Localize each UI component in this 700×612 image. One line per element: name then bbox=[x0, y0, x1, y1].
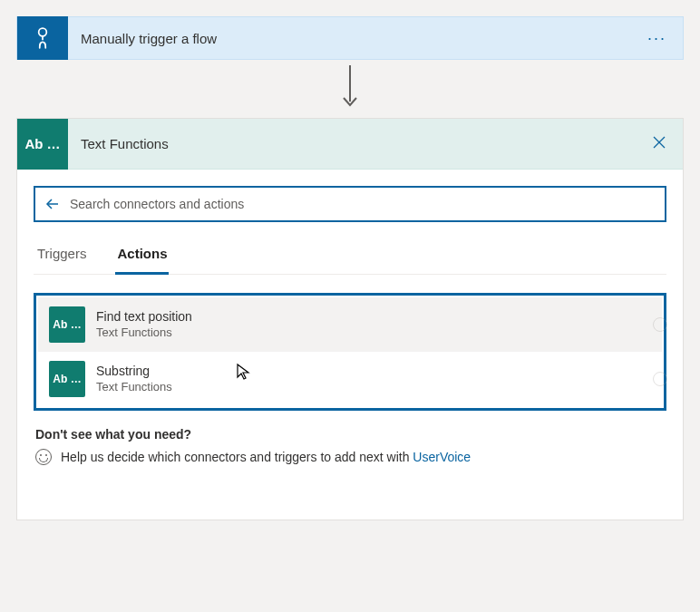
result-title: Find text position bbox=[96, 308, 651, 325]
smiley-icon bbox=[35, 449, 52, 465]
result-subtitle: Text Functions bbox=[96, 380, 651, 395]
footer-text: Help us decide which connectors and trig… bbox=[61, 450, 413, 464]
result-title: Substring bbox=[96, 363, 651, 379]
results-list: Ab … Find text position Text Functions A… bbox=[34, 293, 666, 411]
manual-trigger-icon bbox=[17, 16, 68, 60]
svg-point-0 bbox=[39, 28, 47, 36]
tab-triggers[interactable]: Triggers bbox=[35, 235, 88, 275]
trigger-card[interactable]: Manually trigger a flow ··· bbox=[16, 16, 684, 60]
search-input[interactable] bbox=[61, 197, 656, 211]
result-text: Find text position Text Functions bbox=[96, 308, 651, 340]
uservoice-link[interactable]: UserVoice bbox=[413, 450, 471, 464]
arrow-left-icon bbox=[44, 196, 61, 212]
search-bar[interactable] bbox=[34, 186, 666, 222]
footer-heading: Don't see what you need? bbox=[35, 427, 665, 442]
action-card: Ab … Text Functions Tri bbox=[16, 118, 684, 520]
trigger-menu-button[interactable]: ··· bbox=[631, 29, 683, 48]
text-functions-icon: Ab … bbox=[49, 306, 85, 343]
info-icon[interactable] bbox=[653, 372, 667, 386]
result-substring[interactable]: Ab … Substring Text Functions bbox=[38, 352, 662, 406]
close-button[interactable] bbox=[636, 135, 683, 152]
back-button[interactable] bbox=[44, 196, 61, 212]
action-title: Text Functions bbox=[68, 136, 636, 151]
flow-arrow-icon bbox=[16, 60, 684, 118]
info-icon[interactable] bbox=[653, 317, 667, 332]
tabs: Triggers Actions bbox=[34, 235, 666, 275]
result-subtitle: Text Functions bbox=[96, 325, 651, 341]
text-functions-icon: Ab … bbox=[17, 119, 68, 170]
text-functions-icon: Ab … bbox=[49, 361, 85, 397]
footer: Don't see what you need? Help us decide … bbox=[34, 411, 666, 520]
result-find-text-position[interactable]: Ab … Find text position Text Functions bbox=[38, 297, 662, 352]
close-icon bbox=[652, 135, 666, 150]
footer-line: Help us decide which connectors and trig… bbox=[35, 449, 665, 465]
trigger-title: Manually trigger a flow bbox=[68, 31, 631, 46]
tab-actions[interactable]: Actions bbox=[115, 235, 169, 275]
action-header[interactable]: Ab … Text Functions bbox=[17, 119, 683, 170]
result-text: Substring Text Functions bbox=[96, 363, 651, 394]
